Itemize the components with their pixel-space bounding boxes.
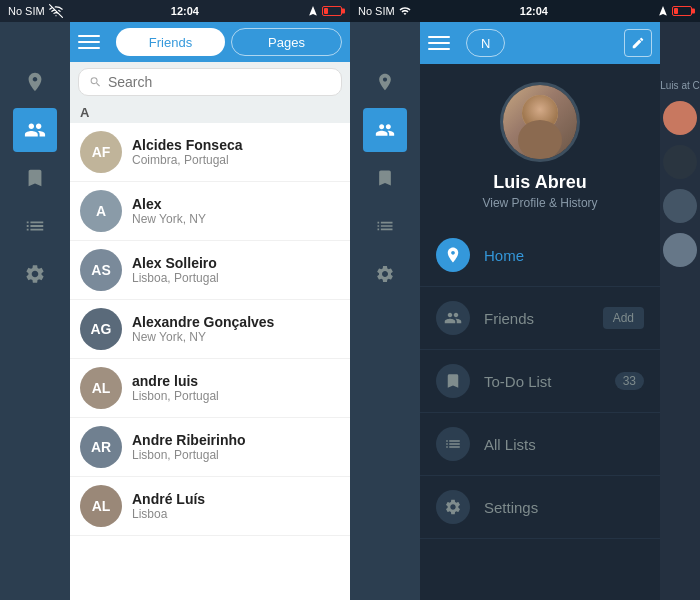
strip-avatar-1: [663, 101, 697, 135]
friend-avatar: AG: [80, 308, 122, 350]
status-left-right: No SIM: [358, 5, 411, 17]
status-right-left: [307, 5, 342, 17]
search-input-wrap: [78, 68, 342, 96]
menu-item-label: Friends: [484, 310, 603, 327]
friend-name: Andre Ribeirinho: [132, 432, 246, 448]
nav-list[interactable]: [13, 204, 57, 248]
friend-location: Coimbra, Portugal: [132, 153, 243, 167]
tab-friends[interactable]: Friends: [116, 28, 225, 56]
status-left: No SIM: [8, 4, 63, 18]
menu-item-all-lists[interactable]: All Lists: [420, 413, 660, 476]
nav-location[interactable]: [13, 60, 57, 104]
menu-icon-circle: [436, 301, 470, 335]
friend-item[interactable]: AF Alcides Fonseca Coimbra, Portugal: [70, 123, 350, 182]
menu-item-settings[interactable]: Settings: [420, 476, 660, 539]
friend-initials: AF: [92, 144, 111, 160]
menu-icon-circle: [436, 364, 470, 398]
menu-item-label: Settings: [484, 499, 644, 516]
friend-location: Lisbon, Portugal: [132, 448, 246, 462]
edit-icon[interactable]: [624, 29, 652, 57]
profile-subtitle: View Profile & History: [482, 196, 597, 210]
friend-location: Lisbon, Portugal: [132, 389, 219, 403]
friend-info: Alex Solleiro Lisboa, Portugal: [132, 255, 219, 285]
search-icon: [89, 75, 102, 89]
friend-item[interactable]: AS Alex Solleiro Lisboa, Portugal: [70, 241, 350, 300]
main-content-left: Friends Pages A AF Alcides Fonseca Coimb…: [70, 0, 350, 600]
time-left: 12:04: [171, 5, 199, 17]
nav-location-r[interactable]: [363, 60, 407, 104]
friend-item[interactable]: AG Alexandre Gonçalves New York, NY: [70, 300, 350, 359]
nav-bookmark-r[interactable]: [363, 156, 407, 200]
strip-avatar-4: [663, 233, 697, 267]
friend-item[interactable]: AL André Luís Lisboa: [70, 477, 350, 536]
nav-bookmark[interactable]: [13, 156, 57, 200]
friend-avatar: AL: [80, 485, 122, 527]
status-bar-left: No SIM 12:04: [0, 0, 350, 22]
menu-icon-circle: [436, 427, 470, 461]
profile-avatar[interactable]: [500, 82, 580, 162]
sidebar-left: [0, 0, 70, 600]
friends-list: AF Alcides Fonseca Coimbra, Portugal A A…: [70, 123, 350, 600]
menu-icon-circle: [436, 490, 470, 524]
menu-item-home[interactable]: Home: [420, 224, 660, 287]
friend-name: Alex Solleiro: [132, 255, 219, 271]
friend-name: Alex: [132, 196, 206, 212]
svg-point-2: [518, 120, 562, 159]
battery-left: [322, 6, 342, 16]
friend-initials: AL: [92, 380, 111, 396]
left-phone: No SIM 12:04 Friends: [0, 0, 350, 600]
search-bar: [70, 62, 350, 102]
friend-location: New York, NY: [132, 330, 274, 344]
menu-item-label: All Lists: [484, 436, 644, 453]
top-bar-right: N: [420, 22, 660, 64]
friend-name: Alcides Fonseca: [132, 137, 243, 153]
friend-avatar: AL: [80, 367, 122, 409]
menu-list: Home Friends Add To-Do List 33 All Lists: [420, 224, 660, 600]
strip-panel: Luis at C: [660, 0, 700, 600]
hamburger-right[interactable]: [428, 29, 460, 57]
friend-item[interactable]: AR Andre Ribeirinho Lisbon, Portugal: [70, 418, 350, 477]
nav-friends[interactable]: [13, 108, 57, 152]
tab-n-button[interactable]: N: [466, 29, 505, 57]
time-right: 12:04: [520, 5, 548, 17]
friend-location: Lisboa: [132, 507, 205, 521]
friend-avatar: AS: [80, 249, 122, 291]
hamburger-left[interactable]: [78, 28, 110, 56]
friend-initials: AS: [91, 262, 110, 278]
friend-avatar: A: [80, 190, 122, 232]
no-sim-right: No SIM: [358, 5, 395, 17]
menu-item-to-do-list[interactable]: To-Do List 33: [420, 350, 660, 413]
top-bar-left: Friends Pages: [70, 22, 350, 62]
status-right-right: [657, 5, 692, 17]
menu-item-label: Home: [484, 247, 644, 264]
friend-name: Alexandre Gonçalves: [132, 314, 274, 330]
nav-settings[interactable]: [13, 252, 57, 296]
status-bar-right: No SIM 12:04: [350, 0, 700, 22]
menu-item-label: To-Do List: [484, 373, 615, 390]
no-sim-left: No SIM: [8, 5, 45, 17]
nav-friends-r[interactable]: [363, 108, 407, 152]
profile-name: Luis Abreu: [493, 172, 586, 193]
strip-avatar-2: [663, 145, 697, 179]
sidebar-right: [350, 0, 420, 600]
friend-name: andre luis: [132, 373, 219, 389]
friend-info: André Luís Lisboa: [132, 491, 205, 521]
strip-avatar-3: [663, 189, 697, 223]
friend-info: andre luis Lisbon, Portugal: [132, 373, 219, 403]
friend-info: Alex New York, NY: [132, 196, 206, 226]
friend-info: Alexandre Gonçalves New York, NY: [132, 314, 274, 344]
section-header-a: A: [70, 102, 350, 123]
friend-item[interactable]: A Alex New York, NY: [70, 182, 350, 241]
friend-initials: AG: [91, 321, 112, 337]
search-input[interactable]: [108, 74, 331, 90]
menu-item-friends[interactable]: Friends Add: [420, 287, 660, 350]
friend-location: New York, NY: [132, 212, 206, 226]
tab-pages[interactable]: Pages: [231, 28, 342, 56]
friend-info: Alcides Fonseca Coimbra, Portugal: [132, 137, 243, 167]
main-content-right: N: [420, 0, 660, 600]
friend-item[interactable]: AL andre luis Lisbon, Portugal: [70, 359, 350, 418]
add-button[interactable]: Add: [603, 307, 644, 329]
nav-list-r[interactable]: [363, 204, 407, 248]
nav-settings-r[interactable]: [363, 252, 407, 296]
friend-avatar: AR: [80, 426, 122, 468]
